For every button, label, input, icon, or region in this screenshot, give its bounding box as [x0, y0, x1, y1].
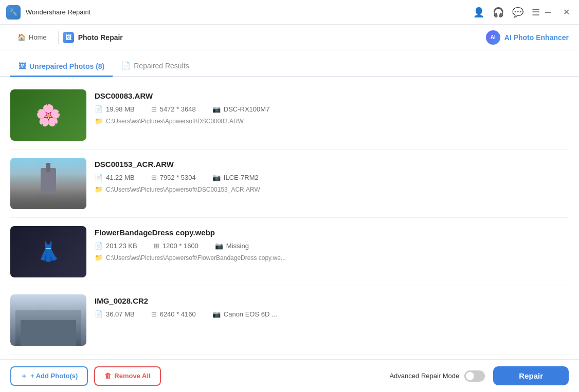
dimensions: ⊞ 5472 * 3648 — [151, 105, 196, 113]
photo-name: FlowerBandageDress copy.webp — [95, 228, 569, 237]
photo-info: DSC00083.ARW 📄 19.98 MB ⊞ 5472 * 3648 📷 … — [95, 89, 569, 125]
photo-thumbnail — [10, 294, 86, 346]
file-size: 📄 41.22 MB — [95, 174, 135, 181]
dimensions: ⊞ 6240 * 4160 — [151, 310, 196, 318]
photo-item: DSC00083.ARW 📄 19.98 MB ⊞ 5472 * 3648 📷 … — [10, 81, 569, 150]
chat-icon[interactable]: 💬 — [512, 7, 523, 18]
remove-all-button[interactable]: 🗑 Remove All — [94, 366, 160, 386]
file-size: 📄 201.23 KB — [95, 242, 137, 250]
titlebar-left: 🔧 Wondershare Repairit — [6, 5, 91, 20]
file-path: 📁 C:\Users\ws\Pictures\Apowersoft\DSC000… — [95, 117, 569, 125]
photo-meta: 📄 41.22 MB ⊞ 7952 * 5304 📷 ILCE-7RM2 — [95, 174, 569, 181]
folder-icon: 📁 — [95, 254, 103, 262]
file-icon: 📄 — [95, 242, 103, 250]
photo-item: IMG_0028.CR2 📄 36.07 MB ⊞ 6240 * 4160 📷 … — [10, 286, 569, 354]
camera-model: 📷 ILCE-7RM2 — [212, 174, 259, 181]
app-logo: 🔧 — [6, 5, 21, 20]
folder-icon: 📁 — [95, 185, 103, 193]
titlebar-icons: 👤 🎧 💬 ☰ — [473, 7, 540, 18]
ai-enhancer-label: AI Photo Enhancer — [504, 33, 569, 42]
camera-model: 📷 DSC-RX100M7 — [212, 105, 270, 113]
add-photos-button[interactable]: ＋ + Add Photo(s) — [10, 366, 88, 386]
dimension-icon: ⊞ — [154, 242, 159, 250]
file-path: 📁 C:\Users\ws\Pictures\Apowersoft\DSC001… — [95, 185, 569, 193]
repair-label: Repair — [519, 371, 543, 380]
bottombar-left: ＋ + Add Photo(s) 🗑 Remove All — [10, 366, 161, 386]
dimension-icon: ⊞ — [151, 174, 157, 181]
photo-repair-label: Photo Repair — [78, 33, 123, 42]
camera-icon: 📷 — [212, 174, 221, 181]
camera-model: 📷 Missing — [215, 242, 249, 250]
file-icon: 📄 — [95, 174, 103, 181]
advanced-mode-toggle[interactable] — [464, 370, 485, 382]
photo-name: DSC00083.ARW — [95, 91, 569, 100]
account-icon[interactable]: 👤 — [473, 7, 484, 18]
camera-icon: 📷 — [215, 242, 223, 250]
unrepaired-tab-label: Unrepaired Photos (8) — [29, 62, 104, 70]
minimize-button[interactable]: ─ — [542, 6, 554, 19]
tab-unrepaired[interactable]: 🖼 Unrepaired Photos (8) — [10, 57, 113, 77]
dimensions: ⊞ 7952 * 5304 — [151, 174, 196, 181]
photo-info: DSC00153_ACR.ARW 📄 41.22 MB ⊞ 7952 * 530… — [95, 158, 569, 193]
home-label: Home — [29, 33, 47, 41]
add-label: + Add Photo(s) — [30, 372, 78, 380]
headphone-icon[interactable]: 🎧 — [493, 7, 504, 18]
titlebar: 🔧 Wondershare Repairit 👤 🎧 💬 ☰ ─ ✕ — [0, 0, 579, 25]
tabs: 🖼 Unrepaired Photos (8) 📄 Repaired Resul… — [0, 50, 579, 77]
file-icon: 📄 — [95, 105, 103, 113]
folder-icon: 📁 — [95, 117, 103, 125]
repaired-tab-label: Repaired Results — [134, 62, 189, 70]
repaired-tab-icon: 📄 — [121, 61, 131, 70]
file-icon: 📄 — [95, 310, 103, 318]
add-icon: ＋ — [21, 371, 27, 381]
dimension-icon: ⊞ — [151, 105, 157, 113]
photo-thumbnail — [10, 89, 86, 141]
photo-repair-nav: 🖼 Photo Repair — [63, 32, 123, 43]
close-button[interactable]: ✕ — [560, 5, 573, 19]
dimensions: ⊞ 1200 * 1600 — [154, 242, 198, 250]
photo-repair-icon: 🖼 — [63, 32, 74, 43]
file-size: 📄 19.98 MB — [95, 105, 135, 113]
photo-info: IMG_0028.CR2 📄 36.07 MB ⊞ 6240 * 4160 📷 … — [95, 294, 569, 322]
photo-meta: 📄 19.98 MB ⊞ 5472 * 3648 📷 DSC-RX100M7 — [95, 105, 569, 113]
navbar-left: 🏠 Home 🖼 Photo Repair — [10, 30, 123, 44]
home-button[interactable]: 🏠 Home — [10, 30, 54, 44]
camera-icon: 📷 — [212, 105, 221, 113]
home-icon: 🏠 — [17, 33, 26, 41]
photo-list: DSC00083.ARW 📄 19.98 MB ⊞ 5472 * 3648 📷 … — [0, 77, 579, 359]
file-size: 📄 36.07 MB — [95, 310, 135, 318]
bottombar: ＋ + Add Photo(s) 🗑 Remove All Advanced R… — [0, 359, 579, 392]
photo-meta: 📄 201.23 KB ⊞ 1200 * 1600 📷 Missing — [95, 242, 569, 250]
photo-name: IMG_0028.CR2 — [95, 296, 569, 305]
photo-item: DSC00153_ACR.ARW 📄 41.22 MB ⊞ 7952 * 530… — [10, 150, 569, 218]
file-path: 📁 C:\Users\ws\Pictures\Apowersoft\Flower… — [95, 254, 569, 262]
titlebar-controls: ─ ✕ — [542, 5, 573, 19]
camera-icon: 📷 — [212, 310, 221, 318]
camera-model: 📷 Canon EOS 6D ... — [212, 310, 277, 318]
repair-button[interactable]: Repair — [493, 366, 569, 385]
advanced-mode: Advanced Repair Mode — [389, 370, 485, 382]
unrepaired-tab-icon: 🖼 — [19, 62, 26, 70]
remove-label: Remove All — [114, 372, 150, 380]
photo-meta: 📄 36.07 MB ⊞ 6240 * 4160 📷 Canon EOS 6D … — [95, 310, 569, 318]
photo-thumbnail — [10, 158, 86, 209]
ai-icon: AI — [486, 30, 500, 45]
dimension-icon: ⊞ — [151, 310, 157, 318]
advanced-mode-label: Advanced Repair Mode — [389, 372, 459, 380]
menu-icon[interactable]: ☰ — [532, 7, 540, 18]
photo-info: FlowerBandageDress copy.webp 📄 201.23 KB… — [95, 226, 569, 262]
photo-item: FlowerBandageDress copy.webp 📄 201.23 KB… — [10, 218, 569, 286]
trash-icon: 🗑 — [104, 372, 111, 380]
navbar: 🏠 Home 🖼 Photo Repair AI AI Photo Enhanc… — [0, 25, 579, 50]
ai-enhancer-button[interactable]: AI AI Photo Enhancer — [486, 30, 569, 45]
nav-divider — [58, 31, 59, 44]
bottombar-right: Advanced Repair Mode Repair — [389, 366, 569, 385]
app-name: Wondershare Repairit — [26, 8, 91, 16]
photo-thumbnail — [10, 226, 86, 277]
tab-repaired[interactable]: 📄 Repaired Results — [113, 56, 197, 77]
photo-name: DSC00153_ACR.ARW — [95, 160, 569, 169]
